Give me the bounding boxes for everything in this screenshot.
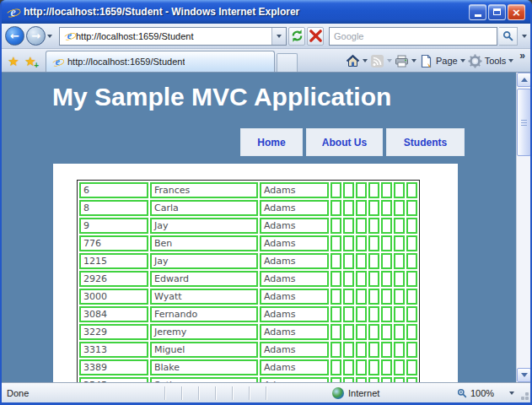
home-icon[interactable] (346, 54, 360, 68)
nav-about-us[interactable]: About Us (306, 128, 383, 156)
arrow-down-icon (521, 373, 528, 377)
zoom-magnifier-icon (457, 388, 467, 398)
browser-viewport: My Sample MVC Application Home About Us … (2, 73, 530, 382)
table-row: 776BenAdams (79, 235, 417, 251)
empty-cell (406, 182, 417, 198)
empty-cell (343, 200, 354, 216)
nav-students[interactable]: Students (386, 128, 465, 156)
empty-cell (356, 218, 367, 234)
title-bar: e http://localhost:1659/Student - Window… (2, 0, 530, 24)
maximize-button[interactable] (488, 4, 506, 20)
empty-cell (356, 271, 367, 287)
vertical-scrollbar[interactable] (516, 73, 530, 382)
close-button[interactable]: × (508, 4, 525, 20)
web-page: My Sample MVC Application Home About Us … (2, 73, 516, 382)
table-cell: 3084 (79, 306, 148, 322)
empty-cell (356, 253, 367, 269)
empty-cell (394, 235, 405, 251)
empty-cell (381, 271, 392, 287)
print-icon[interactable] (395, 54, 409, 68)
page-menu-label[interactable]: Page (436, 56, 458, 66)
tools-gear-icon[interactable] (468, 54, 482, 68)
empty-cell (356, 342, 367, 358)
resize-grip[interactable] (525, 397, 529, 400)
empty-cell (330, 253, 341, 269)
empty-cell (381, 200, 392, 216)
table-cell: 8 (79, 200, 148, 216)
tools-dropdown-icon[interactable] (508, 59, 513, 62)
scrollbar-thumb[interactable] (517, 89, 530, 156)
table-row: 3313MiguelAdams (79, 342, 417, 358)
home-dropdown-icon[interactable] (363, 59, 368, 62)
address-dropdown-button[interactable] (271, 28, 286, 45)
empty-cell (343, 359, 354, 375)
table-row: 1215JayAdams (79, 253, 417, 269)
empty-cell (394, 359, 405, 375)
empty-cell (368, 289, 379, 305)
toolbar-overflow-icon[interactable]: » (519, 51, 525, 61)
scroll-down-button[interactable] (517, 368, 530, 382)
page-icon[interactable] (419, 54, 433, 68)
address-input[interactable]: e http://localhost:1659/Student (59, 27, 287, 46)
add-favorite-icon[interactable]: ★ (22, 51, 39, 72)
forward-button[interactable]: → (26, 26, 46, 46)
empty-cell (330, 218, 341, 234)
scroll-up-button[interactable] (517, 73, 530, 87)
table-row: 8CarlaAdams (79, 200, 417, 216)
empty-cell (356, 200, 367, 216)
empty-cell (330, 182, 341, 198)
command-bar: ★ ★ e http://localhost:1659/Student (2, 49, 530, 73)
status-bar: Done Internet 100% (2, 382, 530, 402)
zoom-dropdown-icon[interactable] (509, 392, 514, 395)
back-button[interactable]: ← (5, 26, 24, 46)
history-dropdown-icon[interactable] (47, 35, 52, 38)
search-button[interactable] (499, 27, 518, 46)
stop-button[interactable] (307, 27, 324, 46)
search-input[interactable]: Google (329, 27, 497, 46)
zoom-control[interactable]: 100% (457, 388, 514, 398)
empty-cell (368, 200, 379, 216)
table-cell: Adams (260, 182, 329, 198)
table-cell: Adams (260, 289, 329, 305)
empty-cell (356, 289, 367, 305)
favorites-star-icon[interactable]: ★ (5, 51, 22, 72)
table-cell: Ben (150, 235, 258, 251)
print-dropdown-icon[interactable] (411, 59, 416, 62)
empty-cell (368, 182, 379, 198)
search-options-dropdown-icon[interactable] (522, 35, 527, 38)
search-placeholder: Google (334, 31, 363, 41)
table-cell: Adams (260, 253, 329, 269)
zoom-level: 100% (470, 388, 494, 398)
url-text: http://localhost:1659/Student (76, 31, 271, 41)
close-icon: × (512, 7, 521, 18)
table-row: 3000WyattAdams (79, 289, 417, 305)
empty-cell (394, 182, 405, 198)
minimize-button[interactable] (469, 4, 486, 20)
feeds-icon[interactable] (370, 54, 384, 68)
empty-cell (343, 289, 354, 305)
empty-cell (381, 253, 392, 269)
empty-cell (381, 342, 392, 358)
table-cell: Adams (260, 200, 329, 216)
empty-cell (406, 271, 417, 287)
ie-logo-icon: e (7, 6, 19, 19)
new-tab-button[interactable] (277, 53, 298, 72)
table-cell: Adams (260, 306, 329, 322)
refresh-button[interactable] (288, 27, 305, 46)
empty-cell (368, 359, 379, 375)
table-cell: Miguel (150, 342, 258, 358)
tools-menu-label[interactable]: Tools (485, 56, 507, 66)
status-separators (164, 386, 266, 400)
back-arrow-icon: ← (10, 30, 19, 42)
empty-cell (356, 182, 367, 198)
empty-cell (381, 182, 392, 198)
empty-cell (368, 324, 379, 340)
empty-cell (406, 253, 417, 269)
empty-cell (330, 289, 341, 305)
nav-home[interactable]: Home (240, 128, 303, 156)
tab-student[interactable]: e http://localhost:1659/Student (46, 51, 275, 72)
empty-cell (343, 182, 354, 198)
page-dropdown-icon[interactable] (460, 59, 465, 62)
table-cell: 3389 (79, 359, 148, 375)
stop-icon (309, 29, 323, 43)
